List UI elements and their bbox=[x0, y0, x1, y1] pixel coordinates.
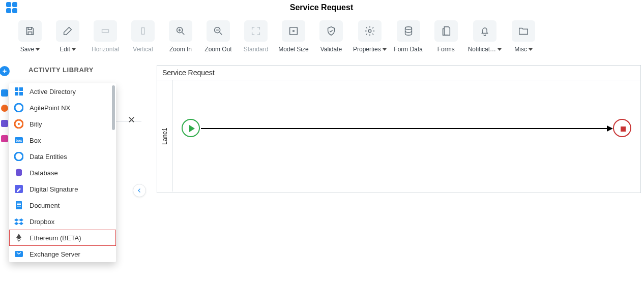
page-title: Service Request bbox=[17, 3, 626, 12]
library-item[interactable]: Active Directory bbox=[9, 83, 116, 100]
end-node[interactable] bbox=[613, 119, 631, 137]
library-item[interactable]: boxBox bbox=[9, 132, 116, 148]
library-item[interactable]: Database bbox=[9, 165, 116, 181]
save-button[interactable]: Save bbox=[14, 20, 46, 53]
library-item-label: Data Entities bbox=[30, 153, 67, 161]
app-menu-icon[interactable] bbox=[6, 2, 17, 13]
svg-rect-23 bbox=[17, 203, 21, 204]
library-item-label: Ethereum (BETA) bbox=[30, 234, 81, 242]
add-button[interactable]: + bbox=[0, 66, 10, 76]
svg-rect-8 bbox=[15, 87, 18, 91]
chevron-down-icon bbox=[529, 48, 533, 51]
library-item-label: Active Directory bbox=[30, 88, 76, 96]
chevron-left-icon bbox=[136, 187, 142, 194]
properties-button[interactable]: Properties bbox=[353, 20, 387, 53]
sidebar-strip: + bbox=[0, 58, 9, 193]
horizontal-button[interactable]: Horizontal bbox=[90, 20, 121, 53]
zoom-in-button[interactable]: Zoom In bbox=[165, 20, 196, 53]
svg-point-7 bbox=[405, 27, 412, 30]
svg-rect-22 bbox=[16, 201, 22, 209]
standard-button[interactable]: Standard bbox=[240, 20, 272, 53]
sidebar-icons bbox=[0, 89, 9, 142]
cyl-icon bbox=[14, 168, 23, 177]
pen-icon bbox=[14, 184, 23, 194]
library-item[interactable]: Bitly bbox=[9, 116, 116, 132]
library-item-label: Exchange Server bbox=[30, 250, 80, 258]
model-size-button[interactable]: Model Size bbox=[278, 20, 309, 53]
canvas-title: Service Request bbox=[157, 66, 640, 80]
ap-icon bbox=[14, 103, 23, 112]
library-item-label: Digital Signature bbox=[30, 185, 78, 193]
forms-button[interactable]: Forms bbox=[430, 20, 462, 53]
library-item-label: Database bbox=[30, 169, 58, 177]
eth-icon bbox=[14, 233, 23, 242]
ap-icon bbox=[14, 152, 23, 161]
model-size-icon bbox=[288, 25, 299, 37]
bitly-icon bbox=[14, 119, 23, 129]
library-item-label: AgilePoint NX bbox=[30, 104, 70, 112]
svg-rect-10 bbox=[15, 92, 18, 96]
library-item-label: Dropbox bbox=[30, 218, 54, 226]
svg-rect-1 bbox=[141, 28, 144, 35]
library-item[interactable]: Digital Signature bbox=[9, 181, 116, 197]
library-item[interactable]: Exchange Server bbox=[9, 246, 116, 262]
vertical-button[interactable]: Vertical bbox=[127, 20, 159, 53]
svg-rect-9 bbox=[19, 87, 23, 91]
flow-connector[interactable] bbox=[201, 128, 612, 129]
svg-point-14 bbox=[18, 123, 20, 125]
chevron-down-icon bbox=[72, 48, 76, 51]
windows-icon bbox=[14, 87, 23, 96]
svg-rect-4 bbox=[290, 27, 298, 35]
box-icon: box bbox=[14, 136, 23, 145]
zoom-out-icon bbox=[213, 25, 224, 37]
close-icon[interactable]: ✕ bbox=[126, 115, 136, 125]
misc-button[interactable]: Misc bbox=[508, 20, 539, 53]
scrollbar[interactable] bbox=[112, 85, 115, 130]
library-item-label: Bitly bbox=[30, 120, 42, 128]
svg-point-12 bbox=[15, 104, 23, 112]
gear-icon bbox=[364, 25, 375, 37]
notifications-button[interactable]: Notificat… bbox=[468, 20, 502, 53]
validate-icon bbox=[326, 25, 337, 37]
lane-label: Lane1 bbox=[157, 80, 172, 192]
edit-icon bbox=[62, 25, 73, 37]
validate-button[interactable]: Validate bbox=[315, 20, 347, 53]
chevron-down-icon bbox=[383, 48, 387, 51]
library-item[interactable]: Document bbox=[9, 197, 116, 213]
svg-point-17 bbox=[15, 152, 23, 161]
zoom-out-button[interactable]: Zoom Out bbox=[202, 20, 234, 53]
svg-text:box: box bbox=[16, 139, 22, 142]
folder-icon bbox=[518, 25, 529, 37]
vertical-icon bbox=[137, 25, 149, 37]
form-data-button[interactable]: Form Data bbox=[393, 20, 424, 53]
svg-rect-24 bbox=[17, 204, 21, 205]
forms-icon bbox=[441, 25, 452, 37]
lane-content[interactable] bbox=[172, 80, 640, 192]
save-icon bbox=[24, 25, 36, 37]
svg-rect-11 bbox=[19, 92, 23, 96]
horizontal-icon bbox=[100, 25, 111, 37]
collapse-sidebar-button[interactable] bbox=[133, 184, 146, 197]
library-item[interactable]: Dropbox bbox=[9, 213, 116, 230]
svg-point-20 bbox=[16, 174, 22, 176]
doc-icon bbox=[14, 201, 23, 210]
workflow-canvas[interactable]: Service Request Lane1 bbox=[157, 65, 641, 193]
chevron-down-icon bbox=[497, 48, 502, 51]
library-item-label: Box bbox=[30, 137, 41, 144]
library-title: ACTIVITY LIBRARY bbox=[9, 64, 141, 77]
zoom-in-icon bbox=[175, 25, 186, 37]
start-node[interactable] bbox=[182, 119, 200, 137]
library-item[interactable]: Ethereum (BETA) bbox=[9, 230, 116, 246]
toolbar: Save Edit Horizontal Vertical Zoom In Zo… bbox=[0, 15, 644, 58]
edit-button[interactable]: Edit bbox=[52, 20, 83, 53]
database-icon bbox=[403, 25, 414, 37]
library-item[interactable]: Data Entities bbox=[9, 148, 116, 165]
chevron-down-icon bbox=[36, 48, 40, 51]
exch-icon bbox=[14, 249, 23, 259]
svg-point-5 bbox=[293, 30, 295, 32]
library-dropdown: Active DirectoryAgilePoint NXBitlyboxBox… bbox=[9, 83, 116, 262]
library-item[interactable]: AgilePoint NX bbox=[9, 100, 116, 116]
library-item-label: Document bbox=[30, 202, 60, 209]
fit-icon bbox=[250, 25, 261, 37]
svg-rect-25 bbox=[17, 206, 21, 207]
